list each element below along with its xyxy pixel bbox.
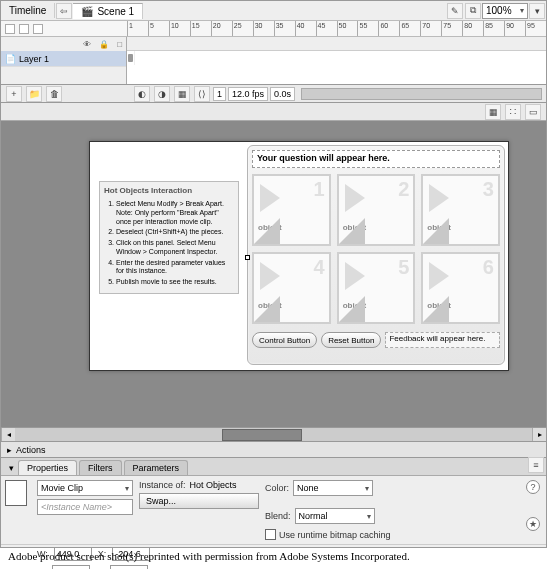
timeline-scroll[interactable] — [301, 88, 542, 100]
instruction-step: Select Menu Modify > Break Apart. Note: … — [116, 200, 234, 226]
ruler-tick: 50 — [337, 21, 358, 37]
properties-tabs: ▾ Properties Filters Parameters ≡ — [1, 458, 546, 476]
feedback-field[interactable]: Feedback will appear here. — [385, 332, 500, 348]
object-cell[interactable]: 6object — [421, 252, 500, 324]
ruler-tick: 1 — [127, 21, 148, 37]
instance-name-input[interactable]: <Instance Name> — [37, 499, 133, 515]
color-value: None — [297, 483, 319, 493]
ruler-tick: 25 — [232, 21, 253, 37]
cell-number: 6 — [483, 256, 494, 279]
timeline-tab[interactable]: Timeline — [1, 3, 55, 18]
delete-layer-icon[interactable]: 🗑 — [46, 86, 62, 102]
panel-menu-icon[interactable]: ≡ — [528, 457, 544, 473]
actions-panel-header[interactable]: ▸ Actions — [1, 441, 546, 457]
scroll-thumb[interactable] — [222, 429, 302, 441]
layer-icon: 📄 — [5, 54, 16, 64]
ruler-tick: 95 — [525, 21, 546, 37]
scene-tab-label: Scene 1 — [97, 6, 134, 17]
ruler-tick: 75 — [441, 21, 462, 37]
outline-icon[interactable] — [33, 24, 43, 34]
object-cell[interactable]: 4object — [252, 252, 331, 324]
symbol-icon — [5, 480, 27, 506]
horizontal-scrollbar[interactable]: ◂ ▸ — [1, 427, 546, 441]
object-cell[interactable]: 3object — [421, 174, 500, 246]
tab-properties[interactable]: Properties — [18, 460, 77, 475]
new-folder-icon[interactable]: 📁 — [26, 86, 42, 102]
object-cell[interactable]: 1object — [252, 174, 331, 246]
doc-tabbar: Timeline ⇦ 🎬 Scene 1 ✎ ⧉ 100%▾ ▾ — [1, 1, 546, 21]
control-button[interactable]: Control Button — [252, 332, 317, 348]
expand-prop-icon[interactable]: ▾ — [5, 461, 18, 475]
help-icon[interactable]: ? — [526, 480, 540, 494]
onion-icon[interactable]: ◐ — [134, 86, 150, 102]
keyframe[interactable] — [127, 51, 135, 65]
tab-filters[interactable]: Filters — [79, 460, 122, 475]
layer-panel: 👁🔒□ 📄 Layer 1 — [1, 37, 546, 85]
object-cell[interactable]: 2object — [337, 174, 416, 246]
bitmap-cache-checkbox[interactable] — [265, 529, 276, 540]
page-fold-icon — [423, 218, 449, 244]
onion-markers-icon[interactable]: ⟨⟩ — [194, 86, 210, 102]
tab-parameters[interactable]: Parameters — [124, 460, 189, 475]
symbol-type-value: Movie Clip — [41, 483, 83, 493]
symbol-type-dropdown[interactable]: Movie Clip▾ — [37, 480, 133, 496]
info-icon[interactable]: ★ — [526, 517, 540, 531]
page-fold-icon — [254, 218, 280, 244]
cell-number: 4 — [314, 256, 325, 279]
scroll-right-icon[interactable]: ▸ — [532, 428, 546, 441]
color-dropdown[interactable]: None▾ — [293, 480, 373, 496]
selection-handle[interactable] — [245, 255, 250, 260]
lock-icon[interactable] — [19, 24, 29, 34]
h-input[interactable]: 300.0 — [52, 565, 90, 569]
color-label: Color: — [265, 483, 289, 493]
layer-row[interactable]: 📄 Layer 1 — [1, 51, 126, 67]
new-layer-icon[interactable]: + — [6, 86, 22, 102]
view-icon[interactable]: ▭ — [525, 104, 541, 120]
eye-icon[interactable] — [5, 24, 15, 34]
frame-row[interactable] — [127, 51, 546, 67]
zoom-dropdown[interactable]: 100%▾ — [482, 3, 528, 19]
instructions-panel[interactable]: Hot Objects Interaction Select Menu Modi… — [99, 181, 239, 294]
blend-dropdown[interactable]: Normal▾ — [295, 508, 375, 524]
instruction-step: Enter the desired parameter values for t… — [116, 259, 234, 277]
swap-button[interactable]: Swap... — [139, 493, 259, 509]
app-window: Timeline ⇦ 🎬 Scene 1 ✎ ⧉ 100%▾ ▾ 1510152… — [0, 0, 547, 548]
edit-symbol-icon[interactable]: ⧉ — [465, 3, 481, 19]
snap-icon[interactable]: ⸬ — [505, 104, 521, 120]
quiz-component[interactable]: Your question will appear here. 1object2… — [247, 145, 505, 365]
ruler-tick: 55 — [357, 21, 378, 37]
page-fold-icon — [254, 296, 280, 322]
scene-tab[interactable]: 🎬 Scene 1 — [73, 3, 143, 19]
onion-outline-icon[interactable]: ◑ — [154, 86, 170, 102]
question-field[interactable]: Your question will appear here. — [252, 150, 500, 168]
expand-icon[interactable]: ▸ — [7, 445, 12, 455]
arrow-icon — [429, 184, 449, 212]
ruler-tick: 80 — [462, 21, 483, 37]
grid-icon[interactable]: ▦ — [485, 104, 501, 120]
ruler-tick: 35 — [274, 21, 295, 37]
instance-name-placeholder: <Instance Name> — [41, 502, 112, 512]
cell-number: 1 — [314, 178, 325, 201]
ruler-tick: 20 — [211, 21, 232, 37]
back-nav-icon[interactable]: ⇦ — [56, 3, 72, 19]
edit-scene-icon[interactable]: ✎ — [447, 3, 463, 19]
arrow-icon — [429, 262, 449, 290]
instruction-step: Click on this panel. Select Menu Window … — [116, 239, 234, 257]
scroll-left-icon[interactable]: ◂ — [1, 428, 15, 441]
zoom-value: 100% — [486, 5, 512, 16]
ruler-tick: 85 — [483, 21, 504, 37]
timeline-status-bar: + 📁 🗑 ◐ ◑ ▦ ⟨⟩ 1 12.0 fps 0.0s — [1, 85, 546, 103]
scene-icon: 🎬 — [81, 6, 93, 17]
edit-multi-icon[interactable]: ▦ — [174, 86, 190, 102]
y-input[interactable]: 2.0 — [110, 565, 148, 569]
ruler-tick: 5 — [148, 21, 169, 37]
layer-header: 👁🔒□ — [1, 37, 126, 51]
canvas-area: ▦ ⸬ ▭ Hot Objects Interaction Select Men… — [1, 103, 546, 441]
instruction-step: Deselect (Ctrl+Shift+A) the pieces. — [116, 228, 234, 237]
ruler-tick: 90 — [504, 21, 525, 37]
time-field: 0.0s — [270, 87, 295, 101]
blend-label: Blend: — [265, 511, 291, 521]
object-cell[interactable]: 5object — [337, 252, 416, 324]
reset-button[interactable]: Reset Button — [321, 332, 381, 348]
dropdown-icon[interactable]: ▾ — [529, 3, 545, 19]
